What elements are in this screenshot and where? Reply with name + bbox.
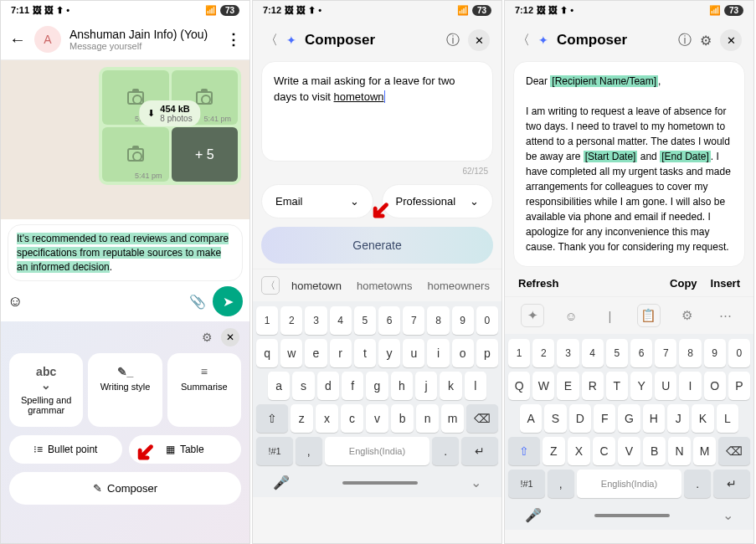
- key-f[interactable]: F: [594, 404, 615, 433]
- key-6[interactable]: 6: [630, 339, 652, 367]
- key-shift[interactable]: ⇧: [256, 404, 288, 433]
- key-y[interactable]: Y: [630, 372, 652, 400]
- key-x[interactable]: x: [316, 404, 338, 433]
- key-3[interactable]: 3: [557, 339, 579, 367]
- key-6[interactable]: 6: [378, 306, 400, 335]
- key-d[interactable]: D: [569, 404, 591, 433]
- prompt-input[interactable]: Write a mail asking for a leave for two …: [261, 61, 493, 162]
- key-r[interactable]: R: [582, 372, 604, 400]
- key-v[interactable]: V: [618, 437, 640, 465]
- key-1[interactable]: 1: [508, 339, 530, 367]
- info-icon[interactable]: ⓘ: [678, 32, 692, 49]
- key-b[interactable]: B: [643, 437, 666, 465]
- ai-icon[interactable]: ✦: [521, 304, 544, 327]
- avatar[interactable]: A: [34, 26, 61, 53]
- key-h[interactable]: h: [391, 372, 413, 400]
- back-icon[interactable]: ←: [9, 30, 26, 49]
- key-i[interactable]: I: [679, 372, 701, 400]
- key-n[interactable]: N: [668, 437, 691, 465]
- key-w[interactable]: w: [280, 339, 302, 367]
- key-symbols[interactable]: !#1: [256, 437, 293, 465]
- key-8[interactable]: 8: [679, 339, 701, 367]
- key-o[interactable]: O: [704, 372, 726, 400]
- more-icon[interactable]: ⋯: [714, 304, 738, 327]
- generate-button[interactable]: Generate ➜: [261, 227, 493, 264]
- key-x[interactable]: X: [568, 437, 590, 465]
- key-u[interactable]: u: [403, 339, 424, 367]
- key-0[interactable]: 0: [476, 306, 498, 335]
- close-icon[interactable]: ✕: [468, 29, 490, 51]
- gear-icon[interactable]: ⚙: [202, 331, 213, 344]
- key-l[interactable]: L: [717, 404, 738, 433]
- suggestion-word[interactable]: hometown: [288, 278, 345, 294]
- key-m[interactable]: M: [693, 437, 716, 465]
- key-backspace[interactable]: ⌫: [718, 437, 750, 465]
- key-4[interactable]: 4: [330, 306, 352, 335]
- key-space[interactable]: English(India): [325, 437, 430, 465]
- insert-button[interactable]: Insert: [711, 277, 740, 290]
- key-n[interactable]: n: [416, 404, 439, 433]
- key-p[interactable]: P: [728, 372, 750, 400]
- tool-composer[interactable]: ✎ Composer ➜: [9, 472, 241, 505]
- key-9[interactable]: 9: [452, 306, 474, 335]
- key-3[interactable]: 3: [305, 306, 327, 335]
- key-z[interactable]: z: [291, 404, 313, 433]
- mic-icon[interactable]: 🎤: [273, 475, 290, 490]
- key-g[interactable]: G: [618, 404, 640, 433]
- key-u[interactable]: U: [655, 372, 676, 400]
- tool-bullet-point[interactable]: ⁝≡ Bullet point: [9, 435, 122, 464]
- chevron-down-icon[interactable]: ⌄: [471, 475, 481, 490]
- refresh-button[interactable]: Refresh: [518, 277, 558, 290]
- key-s[interactable]: S: [544, 404, 566, 433]
- key-j[interactable]: J: [667, 404, 689, 433]
- send-button[interactable]: ➤: [213, 286, 243, 316]
- key-d[interactable]: d: [317, 372, 339, 400]
- key-comma[interactable]: ,: [296, 437, 321, 465]
- key-y[interactable]: y: [378, 339, 400, 367]
- key-q[interactable]: Q: [508, 372, 530, 400]
- key-5[interactable]: 5: [354, 306, 376, 335]
- key-a[interactable]: a: [268, 372, 290, 400]
- key-a[interactable]: A: [520, 404, 542, 433]
- key-backspace[interactable]: ⌫: [466, 404, 498, 433]
- key-z[interactable]: Z: [543, 437, 565, 465]
- tool-summarise[interactable]: ≡ Summarise: [167, 353, 241, 427]
- key-g[interactable]: g: [366, 372, 388, 400]
- key-l[interactable]: l: [465, 372, 486, 400]
- key-t[interactable]: T: [606, 372, 628, 400]
- key-5[interactable]: 5: [606, 339, 628, 367]
- key-k[interactable]: k: [440, 372, 461, 400]
- key-e[interactable]: E: [557, 372, 579, 400]
- key-9[interactable]: 9: [704, 339, 726, 367]
- header-title-box[interactable]: Anshuman Jain Info) (You) Message yourse…: [69, 28, 218, 51]
- key-8[interactable]: 8: [427, 306, 449, 335]
- key-h[interactable]: H: [643, 404, 665, 433]
- key-v[interactable]: v: [366, 404, 388, 433]
- key-7[interactable]: 7: [403, 306, 424, 335]
- key-period[interactable]: .: [684, 470, 710, 498]
- key-m[interactable]: m: [441, 404, 464, 433]
- key-comma[interactable]: ,: [548, 470, 573, 498]
- key-f[interactable]: f: [342, 372, 363, 400]
- key-symbols[interactable]: !#1: [508, 470, 545, 498]
- emoji-icon[interactable]: ☺: [559, 304, 583, 327]
- key-p[interactable]: p: [476, 339, 498, 367]
- close-icon[interactable]: ✕: [720, 29, 742, 51]
- key-0[interactable]: 0: [728, 339, 750, 367]
- key-j[interactable]: j: [415, 372, 437, 400]
- chevron-down-icon[interactable]: ⌄: [723, 507, 733, 523]
- suggestion-word[interactable]: hometowns: [353, 278, 415, 294]
- key-7[interactable]: 7: [655, 339, 676, 367]
- clipboard-icon[interactable]: 📋: [637, 304, 661, 327]
- sticker-icon[interactable]: ☺: [8, 293, 23, 310]
- mic-icon[interactable]: 🎤: [525, 507, 542, 523]
- key-1[interactable]: 1: [256, 306, 278, 335]
- key-2[interactable]: 2: [280, 306, 302, 335]
- suggestion-word[interactable]: homeowners: [424, 278, 492, 294]
- key-enter[interactable]: ↵: [461, 437, 498, 465]
- key-i[interactable]: i: [427, 339, 449, 367]
- back-icon[interactable]: 〈: [517, 32, 530, 49]
- key-b[interactable]: b: [391, 404, 414, 433]
- key-c[interactable]: c: [341, 404, 363, 433]
- key-s[interactable]: s: [292, 372, 314, 400]
